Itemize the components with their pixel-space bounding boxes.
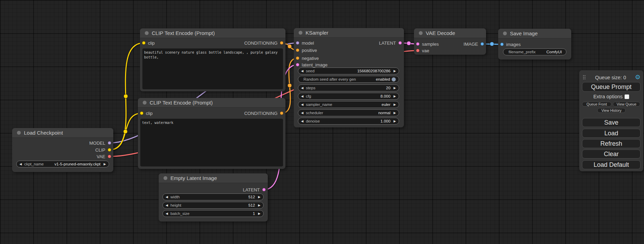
arrow-right-icon[interactable]: ▶ xyxy=(258,212,261,215)
node-titlebar[interactable]: KSampler xyxy=(294,28,404,38)
input-slot-images[interactable]: images xyxy=(500,42,521,47)
arrow-left-icon[interactable]: ◀ xyxy=(301,120,303,123)
input-slot-negative[interactable]: negative xyxy=(296,55,319,61)
node-titlebar[interactable]: CLIP Text Encode (Prompt) xyxy=(138,98,285,108)
collapse-dot[interactable] xyxy=(17,131,21,135)
widget-seed[interactable]: ◀ seed 156680208700286 ▶ xyxy=(298,67,399,74)
port-vae[interactable] xyxy=(108,155,111,158)
output-slot-vae[interactable]: VAE xyxy=(97,154,111,159)
arrow-right-icon[interactable]: ▶ xyxy=(394,95,396,98)
drag-handle-icon[interactable] xyxy=(583,75,586,80)
arrow-right-icon[interactable]: ▶ xyxy=(258,204,261,207)
view-queue-button[interactable]: View Queue xyxy=(613,102,640,107)
collapse-dot[interactable] xyxy=(164,176,167,180)
node-titlebar[interactable]: Empty Latent Image xyxy=(159,173,268,183)
extra-options-checkbox[interactable] xyxy=(625,94,629,99)
node-titlebar[interactable]: Save Image xyxy=(498,29,571,38)
widget-batch-size[interactable]: ◀ batch_size 1 ▶ xyxy=(162,210,264,217)
port-model[interactable] xyxy=(296,41,299,45)
input-slot-clip[interactable]: clip xyxy=(140,110,153,116)
input-slot-samples[interactable]: samples xyxy=(416,41,439,47)
port-latent[interactable] xyxy=(296,63,299,66)
widget-filename-prefix[interactable]: filename_prefix ComfyUI xyxy=(503,48,566,55)
widget-steps[interactable]: ◀ steps 20 ▶ xyxy=(298,84,399,91)
prompt-textarea[interactable]: text, watermark xyxy=(140,119,283,166)
arrow-right-icon[interactable]: ▶ xyxy=(394,87,396,90)
port-latent[interactable] xyxy=(262,188,266,191)
node-vae-decode[interactable]: VAE Decode samples vae IMAGE xyxy=(414,28,486,55)
collapse-dot[interactable] xyxy=(503,31,507,35)
load-button[interactable]: Load xyxy=(582,129,641,138)
port-model[interactable] xyxy=(108,141,111,145)
widget-height[interactable]: ◀ height 512 ▶ xyxy=(162,202,264,209)
arrow-right-icon[interactable]: ▶ xyxy=(394,111,396,115)
input-slot-vae[interactable]: vae xyxy=(416,48,429,53)
input-slot-positive[interactable]: positive xyxy=(296,47,317,53)
widget-random-seed-toggle[interactable]: Random seed after every gen enabled xyxy=(298,76,399,83)
widget-scheduler[interactable]: ◀ scheduler normal ▶ xyxy=(298,109,399,116)
node-clip-text-encode-negative[interactable]: CLIP Text Encode (Prompt) clip CONDITION… xyxy=(138,98,285,169)
refresh-button[interactable]: Refresh xyxy=(582,139,641,148)
arrow-right-icon[interactable]: ▶ xyxy=(258,196,261,199)
output-slot-image[interactable]: IMAGE xyxy=(464,41,484,47)
widget-cfg[interactable]: ◀ cfg 8.000 ▶ xyxy=(298,93,399,100)
port-clip[interactable] xyxy=(108,148,111,152)
widget-ckpt-name[interactable]: ◀ ckpt_name v1-5-pruned-emaonly.ckpt ▶ xyxy=(16,161,109,168)
node-load-checkpoint[interactable]: Load Checkpoint MODEL CLIP VAE ◀ ckpt_na… xyxy=(12,128,113,172)
arrow-left-icon[interactable]: ◀ xyxy=(301,111,303,115)
arrow-left-icon[interactable]: ◀ xyxy=(301,70,303,73)
port-conditioning[interactable] xyxy=(296,48,299,52)
node-empty-latent-image[interactable]: Empty Latent Image LATENT ◀ width 512 ▶ … xyxy=(159,173,268,222)
widget-width[interactable]: ◀ width 512 ▶ xyxy=(162,193,264,200)
output-slot-clip[interactable]: CLIP xyxy=(95,147,111,153)
arrow-right-icon[interactable]: ▶ xyxy=(104,163,106,166)
port-conditioning[interactable] xyxy=(296,56,299,60)
output-slot-latent[interactable]: LATENT xyxy=(243,187,266,192)
port-conditioning[interactable] xyxy=(280,41,283,45)
port-clip[interactable] xyxy=(140,111,143,115)
arrow-left-icon[interactable]: ◀ xyxy=(19,163,22,166)
node-clip-text-encode-positive[interactable]: CLIP Text Encode (Prompt) clip CONDITION… xyxy=(140,28,285,91)
widget-sampler-name[interactable]: ◀ sampler_name euler ▶ xyxy=(298,101,399,108)
port-clip[interactable] xyxy=(142,41,145,45)
view-history-button[interactable]: View History xyxy=(597,108,626,113)
port-vae[interactable] xyxy=(416,49,420,52)
arrow-left-icon[interactable]: ◀ xyxy=(166,204,168,207)
toggle-knob[interactable] xyxy=(391,77,396,82)
gear-icon[interactable]: ⚙ xyxy=(635,74,641,80)
output-slot-conditioning[interactable]: CONDITIONING xyxy=(244,110,283,116)
arrow-left-icon[interactable]: ◀ xyxy=(166,212,168,215)
port-image[interactable] xyxy=(480,42,484,46)
clear-button[interactable]: Clear xyxy=(582,150,641,159)
collapse-dot[interactable] xyxy=(299,31,302,35)
queue-prompt-button[interactable]: Queue Prompt xyxy=(582,82,641,92)
node-save-image[interactable]: Save Image images filename_prefix ComfyU… xyxy=(498,29,571,60)
arrow-right-icon[interactable]: ▶ xyxy=(394,103,396,106)
collapse-dot[interactable] xyxy=(145,31,149,35)
input-slot-model[interactable]: model xyxy=(296,40,314,46)
input-slot-latent-image[interactable]: latent_image xyxy=(296,62,327,67)
prompt-textarea[interactable]: beautiful scenery nature glass bottle la… xyxy=(142,48,283,89)
arrow-right-icon[interactable]: ▶ xyxy=(394,120,396,123)
comfyui-canvas[interactable]: Load Checkpoint MODEL CLIP VAE ◀ ckpt_na… xyxy=(0,0,644,244)
arrow-left-icon[interactable]: ◀ xyxy=(301,87,303,90)
arrow-left-icon[interactable]: ◀ xyxy=(166,196,168,199)
arrow-right-icon[interactable]: ▶ xyxy=(394,70,396,73)
save-button[interactable]: Save xyxy=(582,118,641,127)
port-conditioning[interactable] xyxy=(280,111,283,115)
node-titlebar[interactable]: Load Checkpoint xyxy=(12,128,113,138)
queue-front-button[interactable]: Queue Front xyxy=(582,102,611,107)
output-slot-conditioning[interactable]: CONDITIONING xyxy=(244,40,283,46)
output-slot-latent[interactable]: LATENT xyxy=(379,40,402,46)
arrow-left-icon[interactable]: ◀ xyxy=(301,103,303,106)
output-slot-model[interactable]: MODEL xyxy=(89,140,111,146)
load-default-button[interactable]: Load Default xyxy=(582,160,641,169)
port-latent[interactable] xyxy=(416,42,420,46)
port-latent[interactable] xyxy=(398,41,402,45)
collapse-dot[interactable] xyxy=(143,101,147,105)
node-ksampler[interactable]: KSampler model positive negative latent_… xyxy=(294,28,404,127)
widget-denoise[interactable]: ◀ denoise 1.000 ▶ xyxy=(298,118,399,125)
node-titlebar[interactable]: CLIP Text Encode (Prompt) xyxy=(140,28,285,38)
input-slot-clip[interactable]: clip xyxy=(142,40,155,46)
collapse-dot[interactable] xyxy=(419,31,423,35)
